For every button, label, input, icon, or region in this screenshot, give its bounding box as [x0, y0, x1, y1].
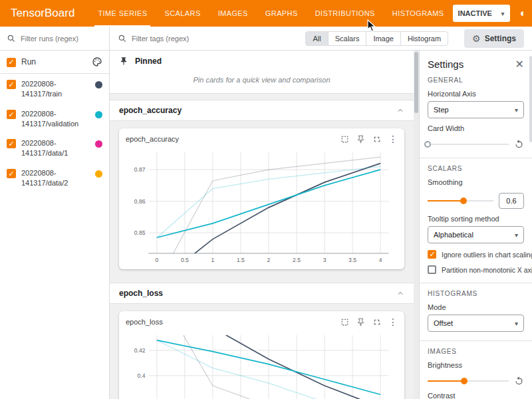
section-header-epoch-accuracy[interactable]: epoch_accuracy: [110, 100, 414, 121]
chevron-up-icon[interactable]: [396, 289, 404, 297]
epoch-accuracy-chart[interactable]: 00.511.522.533.540.850.860.87: [126, 146, 398, 268]
scrollbar[interactable]: [414, 51, 419, 399]
partition-x-axis-label: Partition non-monotonic X axis: [442, 266, 532, 274]
slider-fill: [428, 200, 464, 201]
svg-text:4: 4: [379, 257, 382, 263]
fit-domain-icon[interactable]: [340, 318, 349, 327]
run-checkbox[interactable]: [7, 110, 16, 119]
filter-pill-scalars[interactable]: Scalars: [328, 31, 367, 46]
pinned-section-header[interactable]: Pinned: [110, 51, 414, 72]
partition-x-axis-row[interactable]: Partition non-monotonic X axis: [428, 265, 524, 274]
chart-card-epoch-loss: epoch_loss ⋮ 00.511.522.533.540.360.380.…: [119, 311, 404, 399]
smoothing-slider[interactable]: [428, 197, 493, 205]
card-width-label: Card Width: [428, 124, 524, 132]
card-width-slider[interactable]: [428, 140, 509, 148]
runs-header: Run: [0, 51, 109, 74]
horizontal-axis-select[interactable]: Step ▾: [428, 101, 524, 118]
dark-mode-icon[interactable]: ◐: [516, 6, 531, 21]
tab-images[interactable]: IMAGES: [209, 0, 257, 27]
section-title-general: GENERAL: [428, 76, 524, 84]
brightness-label: Brightness: [428, 361, 524, 369]
run-color-dot[interactable]: [95, 111, 102, 118]
svg-text:1.5: 1.5: [237, 257, 245, 263]
chart-card-epoch-accuracy: epoch_accuracy ⋮ 00.511.522.533.540.850.…: [119, 128, 404, 269]
brightness-slider[interactable]: [428, 377, 509, 385]
status-value: INACTIVE: [458, 9, 492, 17]
tooltip-sorting-select[interactable]: Alphabetical ▾: [428, 226, 524, 243]
epoch-loss-chart[interactable]: 00.511.522.533.540.360.380.40.42: [126, 329, 398, 399]
smoothing-value-input[interactable]: 0.6: [499, 193, 524, 209]
run-row-data-2[interactable]: 20220808-141317/data/2: [0, 163, 109, 193]
settings-panel: Settings ✕ GENERAL Horizontal Axis Step …: [419, 51, 532, 399]
filter-tags-input[interactable]: [132, 35, 301, 43]
svg-text:0.4: 0.4: [138, 372, 146, 379]
filter-runs-input[interactable]: [21, 35, 102, 43]
slider-knob[interactable]: [424, 141, 431, 148]
slider-knob[interactable]: [461, 378, 467, 384]
tab-histograms[interactable]: HISTOGRAMS: [384, 0, 453, 27]
run-color-dot[interactable]: [95, 140, 102, 148]
section-header-epoch-loss[interactable]: epoch_loss: [110, 283, 414, 304]
select-value: Alphabetical: [434, 231, 473, 239]
scrollbar-thumb[interactable]: [414, 52, 418, 113]
settings-panel-title: Settings: [428, 59, 464, 70]
ignore-outliers-row[interactable]: Ignore outliers in chart scaling: [428, 250, 524, 259]
card-actions: ⋮: [340, 317, 398, 327]
filter-pill-histogram[interactable]: Histogram: [400, 31, 448, 46]
chevron-up-icon[interactable]: [396, 106, 404, 114]
pin-icon[interactable]: [356, 318, 365, 327]
scrollbar-thumb[interactable]: [529, 56, 532, 142]
run-row-train[interactable]: 20220808-141317/train: [0, 74, 109, 104]
run-row-data-1[interactable]: 20220808-141317/data/1: [0, 133, 109, 163]
kebab-menu-icon[interactable]: ⋮: [388, 134, 398, 144]
card-area: epoch_accuracy ⋮ 00.511.522.533.540.850.…: [110, 121, 414, 277]
pinned-title: Pinned: [135, 57, 162, 66]
fullscreen-icon[interactable]: [372, 318, 381, 327]
section-title-scalars: SCALARS: [428, 165, 524, 172]
histogram-mode-select[interactable]: Offset ▾: [428, 315, 524, 332]
section-title-histograms: HISTOGRAMS: [428, 290, 524, 297]
settings-button[interactable]: ⚙ Settings: [464, 29, 524, 48]
select-value: Step: [434, 106, 449, 114]
section-title: epoch_loss: [119, 289, 163, 298]
close-icon[interactable]: ✕: [515, 59, 524, 70]
section-title-images: IMAGES: [428, 348, 524, 355]
cards-main-area: Pinned Pin cards for a quick view and co…: [110, 51, 419, 399]
partition-x-axis-checkbox[interactable]: [428, 265, 436, 274]
tab-time-series[interactable]: TIME SERIES: [89, 0, 156, 27]
pin-icon[interactable]: [356, 135, 365, 144]
reset-icon[interactable]: [514, 376, 524, 386]
svg-text:1: 1: [211, 257, 215, 263]
run-color-dot[interactable]: [95, 81, 102, 88]
ignore-outliers-label: Ignore outliers in chart scaling: [442, 251, 532, 259]
run-row-validation[interactable]: 20220808-141317/validation: [0, 104, 109, 134]
kebab-menu-icon[interactable]: ⋮: [388, 317, 398, 327]
run-label: 20220808-141317/validation: [21, 109, 80, 129]
filter-toolbar: All Scalars Image Histogram ⚙ Settings: [0, 27, 532, 51]
tab-distributions[interactable]: DISTRIBUTIONS: [307, 0, 384, 27]
select-all-runs-checkbox[interactable]: [7, 58, 16, 67]
chevron-down-icon: ▾: [515, 106, 518, 114]
chevron-down-icon: ▾: [501, 10, 505, 17]
fullscreen-icon[interactable]: [372, 135, 381, 144]
chart-card-title: epoch_accuracy: [126, 135, 179, 143]
run-checkbox[interactable]: [7, 139, 16, 148]
slider-track: [428, 144, 509, 145]
run-checkbox[interactable]: [7, 169, 16, 178]
status-select[interactable]: INACTIVE ▾: [453, 5, 510, 22]
svg-text:2: 2: [267, 257, 271, 263]
run-color-dot[interactable]: [95, 170, 102, 178]
filter-pill-all[interactable]: All: [305, 31, 328, 46]
svg-text:0.5: 0.5: [181, 257, 189, 263]
palette-icon[interactable]: [92, 57, 102, 67]
tab-graphs[interactable]: GRAPHS: [257, 0, 307, 27]
app-header: TensorBoard TIME SERIES SCALARS IMAGES G…: [0, 0, 532, 27]
run-checkbox[interactable]: [7, 80, 16, 89]
fit-domain-icon[interactable]: [340, 135, 349, 144]
ignore-outliers-checkbox[interactable]: [428, 250, 436, 259]
tab-scalars[interactable]: SCALARS: [156, 0, 209, 27]
filter-pill-image[interactable]: Image: [366, 31, 401, 46]
reset-icon[interactable]: [514, 139, 524, 149]
svg-text:0.86: 0.86: [134, 198, 146, 204]
slider-knob[interactable]: [460, 198, 467, 204]
